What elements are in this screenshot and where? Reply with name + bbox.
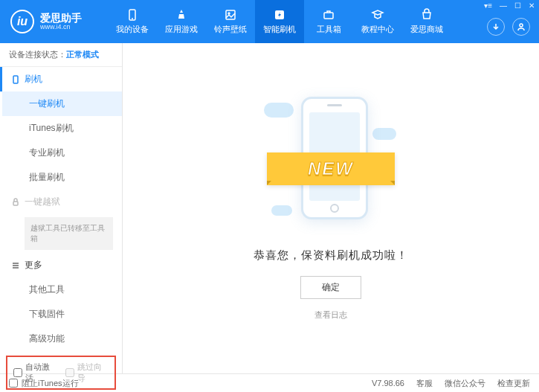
lock-icon bbox=[11, 198, 20, 207]
flash-icon bbox=[273, 8, 286, 22]
nav-label: 铃声壁纸 bbox=[214, 24, 247, 35]
apps-icon bbox=[175, 8, 188, 22]
app-title: 爱思助手 bbox=[40, 13, 82, 23]
main-nav: 我的设备 应用游戏 铃声壁纸 智能刷机 工具箱 教程中心 爱思商城 bbox=[108, 0, 539, 43]
minimize-button[interactable]: — bbox=[500, 1, 507, 10]
app-subtitle: www.i4.cn bbox=[40, 23, 82, 31]
nav-my-device[interactable]: 我的设备 bbox=[108, 0, 157, 43]
user-button[interactable] bbox=[512, 18, 530, 36]
nav-toolbox[interactable]: 工具箱 bbox=[304, 0, 353, 43]
phone-icon bbox=[11, 75, 20, 84]
svg-point-3 bbox=[228, 13, 230, 14]
svg-rect-8 bbox=[13, 202, 18, 205]
sidebar-item-advanced[interactable]: 高级功能 bbox=[2, 327, 122, 351]
sidebar-item-one-click-flash[interactable]: 一键刷机 bbox=[2, 91, 122, 116]
svg-point-6 bbox=[520, 24, 523, 27]
nav-label: 教程中心 bbox=[361, 24, 394, 35]
svg-rect-7 bbox=[13, 76, 18, 83]
sidebar-item-itunes-flash[interactable]: iTunes刷机 bbox=[2, 116, 122, 141]
app-header: iu 爱思助手 www.i4.cn 我的设备 应用游戏 铃声壁纸 智能刷机 工具… bbox=[0, 0, 539, 43]
download-button[interactable] bbox=[487, 18, 505, 36]
nav-smart-flash[interactable]: 智能刷机 bbox=[255, 0, 304, 43]
list-icon bbox=[11, 261, 20, 270]
nav-tutorials[interactable]: 教程中心 bbox=[353, 0, 402, 43]
sidebar-item-download-firmware[interactable]: 下载固件 bbox=[2, 302, 122, 327]
store-icon bbox=[420, 8, 433, 22]
footer-link-wechat[interactable]: 微信公众号 bbox=[445, 378, 485, 389]
svg-rect-5 bbox=[324, 13, 333, 19]
toolbox-icon bbox=[322, 8, 335, 22]
confirm-button[interactable]: 确定 bbox=[300, 276, 361, 299]
jailbreak-notice: 越狱工具已转移至工具箱 bbox=[25, 217, 113, 250]
menu-icon[interactable]: ▾≡ bbox=[484, 1, 492, 10]
version-label: V7.98.66 bbox=[372, 379, 404, 388]
close-button[interactable]: ✕ bbox=[529, 1, 535, 10]
footer-link-support[interactable]: 客服 bbox=[416, 378, 433, 389]
sidebar-item-pro-flash[interactable]: 专业刷机 bbox=[2, 141, 122, 165]
nav-label: 应用游戏 bbox=[165, 24, 198, 35]
sidebar-item-batch-flash[interactable]: 批量刷机 bbox=[2, 165, 122, 190]
logo-area: iu 爱思助手 www.i4.cn bbox=[0, 10, 108, 33]
connection-status: 设备连接状态：正常模式 bbox=[0, 43, 122, 67]
maximize-button[interactable]: ☐ bbox=[514, 1, 521, 10]
footer-link-update[interactable]: 检查更新 bbox=[497, 378, 530, 389]
sidebar-group-flash[interactable]: 刷机 bbox=[0, 67, 122, 91]
sidebar: 设备连接状态：正常模式 刷机 一键刷机 iTunes刷机 专业刷机 批量刷机 一… bbox=[0, 43, 123, 373]
main-content: NEW 恭喜您，保资料刷机成功啦！ 确定 查看日志 bbox=[123, 43, 539, 373]
nav-label: 智能刷机 bbox=[263, 24, 296, 35]
logo-icon: iu bbox=[10, 10, 34, 33]
sidebar-group-jailbreak[interactable]: 一键越狱 bbox=[2, 190, 122, 214]
window-controls: ▾≡ — ☐ ✕ bbox=[484, 1, 535, 10]
block-itunes-checkbox[interactable]: 阻止iTunes运行 bbox=[9, 378, 79, 389]
sidebar-item-other-tools[interactable]: 其他工具 bbox=[2, 277, 122, 302]
sidebar-group-more[interactable]: 更多 bbox=[2, 253, 122, 277]
nav-label: 爱思商城 bbox=[410, 24, 443, 35]
view-log-link[interactable]: 查看日志 bbox=[314, 309, 347, 321]
new-banner: NEW bbox=[267, 152, 395, 185]
nav-ringtone-wallpaper[interactable]: 铃声壁纸 bbox=[206, 0, 255, 43]
tutorial-icon bbox=[371, 8, 384, 22]
nav-label: 工具箱 bbox=[317, 24, 341, 35]
device-icon bbox=[126, 8, 139, 22]
success-message: 恭喜您，保资料刷机成功啦！ bbox=[254, 248, 408, 263]
nav-label: 我的设备 bbox=[116, 24, 149, 35]
media-icon bbox=[224, 8, 237, 22]
nav-store[interactable]: 爱思商城 bbox=[402, 0, 451, 43]
success-illustration: NEW bbox=[271, 82, 390, 231]
nav-apps-games[interactable]: 应用游戏 bbox=[157, 0, 206, 43]
